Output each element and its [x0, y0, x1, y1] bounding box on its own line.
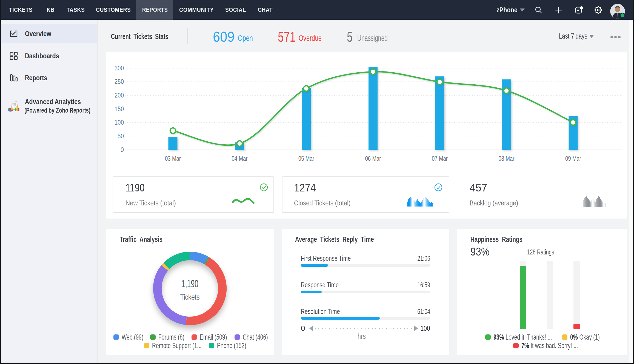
svg-text:200: 200	[115, 91, 124, 99]
svg-text:150: 150	[115, 105, 124, 113]
svg-text:Tickets: Tickets	[180, 293, 200, 301]
svg-text:06 Mar: 06 Mar	[365, 155, 381, 162]
svg-text:0: 0	[121, 146, 124, 153]
svg-text:100: 100	[115, 119, 124, 126]
svg-text:04 Mar: 04 Mar	[232, 155, 248, 162]
svg-text:08 Mar: 08 Mar	[499, 155, 515, 162]
svg-text:09 Mar: 09 Mar	[565, 155, 581, 162]
svg-text:05 Mar: 05 Mar	[298, 155, 314, 162]
svg-text:250: 250	[115, 78, 124, 85]
svg-text:1,190: 1,190	[181, 278, 198, 290]
svg-text:300: 300	[115, 64, 124, 72]
svg-text:50: 50	[118, 132, 124, 140]
svg-text:07 Mar: 07 Mar	[432, 155, 448, 162]
svg-text:03 Mar: 03 Mar	[165, 155, 181, 162]
